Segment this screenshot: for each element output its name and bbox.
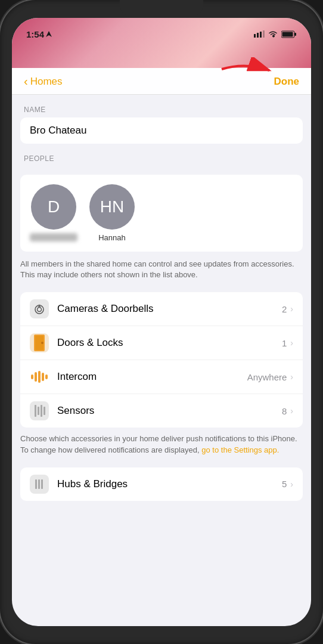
people-avatars: D HN Hannah bbox=[30, 184, 293, 242]
notification-text: Choose which accessories in your home de… bbox=[12, 428, 311, 459]
people-section-label: PEOPLE bbox=[12, 144, 311, 166]
svg-rect-27 bbox=[41, 479, 43, 489]
doors-value: 1 bbox=[282, 338, 287, 348]
doors-icon bbox=[30, 333, 49, 352]
svg-point-12 bbox=[39, 305, 40, 306]
settings-link[interactable]: go to the Settings app. bbox=[201, 445, 279, 454]
list-item-intercom[interactable]: Intercom Anywhere › bbox=[20, 360, 303, 394]
sensors-icon bbox=[30, 401, 49, 420]
svg-rect-21 bbox=[35, 405, 36, 417]
nav-bar: ‹ Homes Done bbox=[12, 68, 311, 95]
sensors-chevron-icon: › bbox=[290, 406, 293, 416]
person-1[interactable]: D bbox=[30, 184, 77, 242]
svg-rect-19 bbox=[42, 373, 44, 381]
intercom-chevron-icon: › bbox=[290, 372, 293, 382]
scroll-content: NAME Bro Chateau PEOPLE D HN bbox=[12, 95, 311, 626]
svg-rect-26 bbox=[38, 479, 40, 489]
intercom-label: Intercom bbox=[57, 371, 247, 383]
svg-rect-23 bbox=[41, 405, 42, 417]
name-field-value[interactable]: Bro Chateau bbox=[30, 125, 86, 136]
svg-rect-18 bbox=[38, 371, 41, 383]
list-item-hubs[interactable]: Hubs & Bridges 5 › bbox=[20, 467, 303, 501]
hubs-icon bbox=[30, 475, 49, 494]
person-2-name: Hannah bbox=[98, 233, 126, 242]
status-time: 1:54 bbox=[26, 29, 52, 39]
sensors-label: Sensors bbox=[57, 405, 282, 417]
person-1-name-blurred bbox=[30, 233, 77, 242]
svg-rect-22 bbox=[38, 407, 39, 415]
phone-frame: 1:54 bbox=[0, 0, 323, 644]
svg-point-10 bbox=[38, 308, 42, 312]
svg-rect-20 bbox=[45, 374, 48, 379]
intercom-icon bbox=[30, 367, 49, 386]
intercom-value: Anywhere bbox=[247, 372, 287, 382]
wifi-icon bbox=[268, 30, 278, 38]
person-2[interactable]: HN Hannah bbox=[89, 184, 135, 242]
back-label: Homes bbox=[30, 76, 63, 88]
sensors-value: 8 bbox=[282, 406, 287, 416]
notch bbox=[120, 0, 203, 17]
svg-rect-6 bbox=[294, 33, 296, 36]
hubs-label: Hubs & Bridges bbox=[57, 478, 282, 490]
accessories-list: Cameras & Doorbells 2 › Doors & Locks 1 bbox=[20, 292, 303, 428]
svg-rect-17 bbox=[35, 372, 37, 382]
status-icons bbox=[254, 30, 297, 38]
battery-icon bbox=[281, 30, 297, 38]
arrow-indicator bbox=[210, 57, 281, 89]
list-item-sensors[interactable]: Sensors 8 › bbox=[20, 394, 303, 428]
back-button[interactable]: ‹ Homes bbox=[24, 75, 63, 88]
chevron-left-icon: ‹ bbox=[24, 75, 28, 88]
people-description: All members in the shared home can contr… bbox=[12, 252, 311, 284]
svg-rect-24 bbox=[44, 407, 45, 415]
people-section: D HN Hannah bbox=[20, 175, 303, 252]
cameras-chevron-icon: › bbox=[290, 304, 293, 314]
svg-rect-3 bbox=[260, 32, 262, 38]
svg-marker-0 bbox=[46, 31, 52, 37]
avatar-d: D bbox=[31, 184, 76, 230]
cameras-value: 2 bbox=[282, 304, 287, 314]
cameras-label: Cameras & Doorbells bbox=[57, 303, 282, 315]
phone-screen: 1:54 bbox=[12, 18, 311, 626]
last-list: Hubs & Bridges 5 › bbox=[20, 467, 303, 501]
doors-label: Doors & Locks bbox=[57, 337, 282, 349]
avatar-hn: HN bbox=[89, 184, 135, 230]
svg-rect-16 bbox=[31, 374, 33, 379]
svg-rect-7 bbox=[282, 32, 293, 36]
hubs-chevron-icon: › bbox=[290, 479, 293, 489]
svg-rect-4 bbox=[263, 30, 265, 38]
svg-rect-1 bbox=[254, 34, 256, 38]
location-icon bbox=[46, 31, 52, 37]
list-item-cameras[interactable]: Cameras & Doorbells 2 › bbox=[20, 292, 303, 326]
svg-point-15 bbox=[41, 342, 44, 344]
svg-rect-2 bbox=[257, 33, 259, 38]
hubs-value: 5 bbox=[282, 479, 287, 489]
name-section-label: NAME bbox=[12, 95, 311, 117]
list-item-doors[interactable]: Doors & Locks 1 › bbox=[20, 326, 303, 360]
svg-rect-25 bbox=[35, 479, 37, 489]
doors-chevron-icon: › bbox=[290, 338, 293, 348]
signal-icon bbox=[254, 30, 265, 38]
cameras-icon bbox=[30, 299, 49, 318]
name-field-container: Bro Chateau bbox=[20, 117, 303, 144]
